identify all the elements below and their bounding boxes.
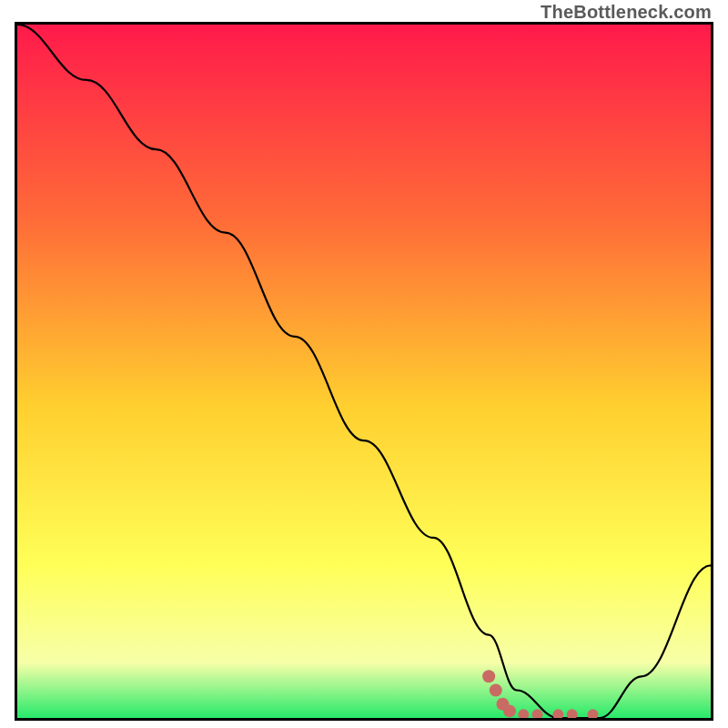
optimal-dot (482, 670, 495, 682)
optimal-dot (503, 704, 516, 717)
attribution-text: TheBottleneck.com (541, 2, 712, 23)
heat-gradient-rect (17, 25, 711, 718)
chart-frame (15, 22, 713, 721)
chart-svg (17, 25, 711, 718)
optimal-dot (490, 684, 502, 697)
